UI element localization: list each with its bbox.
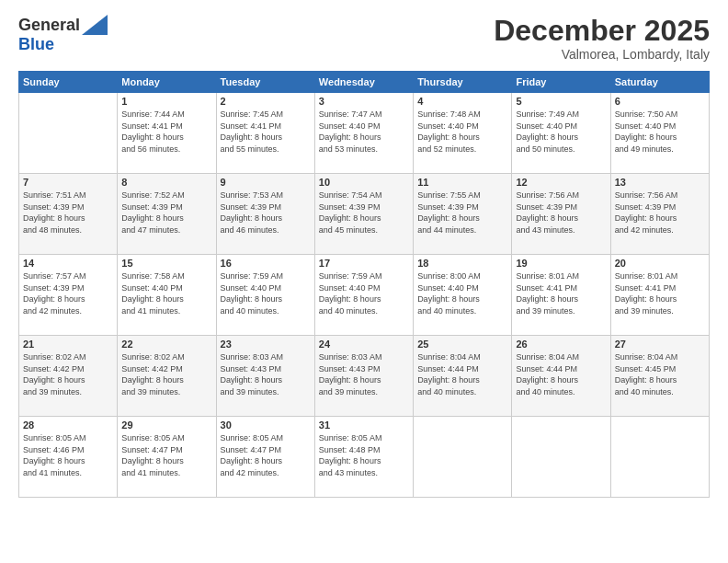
daylight-line2: and 46 minutes. bbox=[221, 224, 311, 236]
sunrise: Sunrise: 8:01 AM bbox=[516, 270, 606, 282]
sunrise: Sunrise: 8:05 AM bbox=[121, 432, 211, 444]
sunset: Sunset: 4:42 PM bbox=[121, 363, 211, 375]
daylight-line1: Daylight: 8 hours bbox=[417, 213, 507, 224]
calendar-cell-w4-d3: 23Sunrise: 8:03 AMSunset: 4:43 PMDayligh… bbox=[216, 336, 314, 417]
daylight-line1: Daylight: 8 hours bbox=[516, 374, 606, 386]
sunset: Sunset: 4:39 PM bbox=[23, 282, 113, 294]
daylight-line1: Daylight: 8 hours bbox=[319, 455, 409, 467]
sunset: Sunset: 4:45 PM bbox=[615, 363, 705, 375]
sunset: Sunset: 4:39 PM bbox=[319, 201, 409, 213]
sunset: Sunset: 4:40 PM bbox=[221, 282, 311, 294]
day-number: 20 bbox=[615, 258, 705, 269]
sunrise: Sunrise: 7:59 AM bbox=[221, 270, 311, 282]
day-info: Sunrise: 8:05 AMSunset: 4:47 PMDaylight:… bbox=[221, 432, 311, 478]
header-thursday: Thursday bbox=[414, 72, 512, 93]
calendar-cell-w2-d5: 11Sunrise: 7:55 AMSunset: 4:39 PMDayligh… bbox=[414, 174, 512, 255]
day-info: Sunrise: 7:55 AMSunset: 4:39 PMDaylight:… bbox=[417, 190, 507, 236]
sunrise: Sunrise: 7:48 AM bbox=[417, 109, 507, 121]
day-info: Sunrise: 7:52 AMSunset: 4:39 PMDaylight:… bbox=[121, 190, 211, 236]
sunset: Sunset: 4:39 PM bbox=[417, 201, 507, 213]
calendar-week-4: 21Sunrise: 8:02 AMSunset: 4:42 PMDayligh… bbox=[19, 336, 710, 417]
day-number: 16 bbox=[221, 258, 311, 269]
sunset: Sunset: 4:43 PM bbox=[319, 363, 409, 375]
location: Valmorea, Lombardy, Italy bbox=[494, 47, 710, 62]
calendar-cell-w2-d7: 13Sunrise: 7:56 AMSunset: 4:39 PMDayligh… bbox=[610, 174, 709, 255]
daylight-line2: and 42 minutes. bbox=[615, 224, 705, 236]
sunset: Sunset: 4:42 PM bbox=[23, 363, 113, 375]
daylight-line1: Daylight: 8 hours bbox=[121, 132, 211, 144]
sunset: Sunset: 4:40 PM bbox=[417, 121, 507, 132]
day-number: 18 bbox=[417, 258, 507, 269]
daylight-line2: and 40 minutes. bbox=[319, 305, 409, 317]
logo-icon bbox=[82, 15, 108, 35]
day-info: Sunrise: 7:57 AMSunset: 4:39 PMDaylight:… bbox=[23, 270, 113, 316]
sunset: Sunset: 4:39 PM bbox=[23, 201, 113, 213]
sunset: Sunset: 4:39 PM bbox=[615, 201, 705, 213]
sunrise: Sunrise: 7:44 AM bbox=[121, 109, 211, 121]
calendar-cell-w2-d4: 10Sunrise: 7:54 AMSunset: 4:39 PMDayligh… bbox=[314, 174, 413, 255]
sunrise: Sunrise: 8:03 AM bbox=[319, 351, 409, 363]
daylight-line2: and 39 minutes. bbox=[615, 305, 705, 317]
day-number: 23 bbox=[221, 339, 311, 350]
sunrise: Sunrise: 8:04 AM bbox=[516, 351, 606, 363]
calendar-cell-w3-d4: 17Sunrise: 7:59 AMSunset: 4:40 PMDayligh… bbox=[314, 255, 413, 336]
calendar-cell-w1-d6: 5Sunrise: 7:49 AMSunset: 4:40 PMDaylight… bbox=[512, 93, 610, 174]
calendar-cell-w3-d7: 20Sunrise: 8:01 AMSunset: 4:41 PMDayligh… bbox=[610, 255, 709, 336]
header-wednesday: Wednesday bbox=[314, 72, 413, 93]
daylight-line2: and 42 minutes. bbox=[221, 467, 311, 479]
sunrise: Sunrise: 7:47 AM bbox=[319, 109, 409, 121]
sunrise: Sunrise: 7:54 AM bbox=[319, 190, 409, 201]
daylight-line1: Daylight: 8 hours bbox=[121, 213, 211, 224]
day-number: 10 bbox=[319, 177, 409, 188]
svg-marker-0 bbox=[82, 15, 108, 35]
calendar-cell-w1-d3: 2Sunrise: 7:45 AMSunset: 4:41 PMDaylight… bbox=[216, 93, 314, 174]
daylight-line2: and 45 minutes. bbox=[319, 224, 409, 236]
calendar-cell-w5-d1: 28Sunrise: 8:05 AMSunset: 4:46 PMDayligh… bbox=[19, 417, 118, 498]
daylight-line1: Daylight: 8 hours bbox=[417, 374, 507, 386]
daylight-line2: and 40 minutes. bbox=[221, 305, 311, 317]
daylight-line1: Daylight: 8 hours bbox=[121, 374, 211, 386]
sunrise: Sunrise: 7:56 AM bbox=[615, 190, 705, 201]
day-number: 12 bbox=[516, 177, 606, 188]
daylight-line2: and 40 minutes. bbox=[615, 386, 705, 398]
sunset: Sunset: 4:39 PM bbox=[121, 201, 211, 213]
daylight-line1: Daylight: 8 hours bbox=[615, 374, 705, 386]
sunrise: Sunrise: 7:50 AM bbox=[615, 109, 705, 121]
calendar-cell-w2-d2: 8Sunrise: 7:52 AMSunset: 4:39 PMDaylight… bbox=[118, 174, 216, 255]
day-info: Sunrise: 7:49 AMSunset: 4:40 PMDaylight:… bbox=[516, 109, 606, 155]
day-info: Sunrise: 7:53 AMSunset: 4:39 PMDaylight:… bbox=[221, 190, 311, 236]
daylight-line2: and 39 minutes. bbox=[221, 386, 311, 398]
day-number: 1 bbox=[121, 96, 211, 107]
daylight-line2: and 44 minutes. bbox=[417, 224, 507, 236]
header-sunday: Sunday bbox=[19, 72, 118, 93]
sunset: Sunset: 4:41 PM bbox=[516, 282, 606, 294]
sunset: Sunset: 4:40 PM bbox=[516, 121, 606, 132]
sunrise: Sunrise: 8:05 AM bbox=[319, 432, 409, 444]
sunrise: Sunrise: 7:57 AM bbox=[23, 270, 113, 282]
sunrise: Sunrise: 7:55 AM bbox=[417, 190, 507, 201]
calendar-cell-w5-d5 bbox=[414, 417, 512, 498]
sunset: Sunset: 4:41 PM bbox=[221, 121, 311, 132]
day-number: 29 bbox=[121, 419, 211, 431]
sunrise: Sunrise: 7:53 AM bbox=[221, 190, 311, 201]
daylight-line1: Daylight: 8 hours bbox=[516, 213, 606, 224]
day-info: Sunrise: 8:05 AMSunset: 4:48 PMDaylight:… bbox=[319, 432, 409, 478]
day-info: Sunrise: 7:48 AMSunset: 4:40 PMDaylight:… bbox=[417, 109, 507, 155]
day-info: Sunrise: 7:56 AMSunset: 4:39 PMDaylight:… bbox=[516, 190, 606, 236]
header-monday: Monday bbox=[118, 72, 216, 93]
daylight-line1: Daylight: 8 hours bbox=[615, 132, 705, 144]
sunrise: Sunrise: 7:49 AM bbox=[516, 109, 606, 121]
calendar-cell-w3-d1: 14Sunrise: 7:57 AMSunset: 4:39 PMDayligh… bbox=[19, 255, 118, 336]
sunrise: Sunrise: 8:04 AM bbox=[417, 351, 507, 363]
daylight-line1: Daylight: 8 hours bbox=[221, 455, 311, 467]
daylight-line1: Daylight: 8 hours bbox=[319, 132, 409, 144]
sunset: Sunset: 4:40 PM bbox=[417, 282, 507, 294]
calendar-cell-w3-d2: 15Sunrise: 7:58 AMSunset: 4:40 PMDayligh… bbox=[118, 255, 216, 336]
daylight-line1: Daylight: 8 hours bbox=[23, 213, 113, 224]
daylight-line1: Daylight: 8 hours bbox=[23, 455, 113, 467]
calendar-header-row: Sunday Monday Tuesday Wednesday Thursday… bbox=[19, 72, 710, 93]
sunrise: Sunrise: 7:56 AM bbox=[516, 190, 606, 201]
day-number: 28 bbox=[23, 419, 113, 431]
day-info: Sunrise: 8:02 AMSunset: 4:42 PMDaylight:… bbox=[23, 351, 113, 397]
daylight-line1: Daylight: 8 hours bbox=[319, 213, 409, 224]
